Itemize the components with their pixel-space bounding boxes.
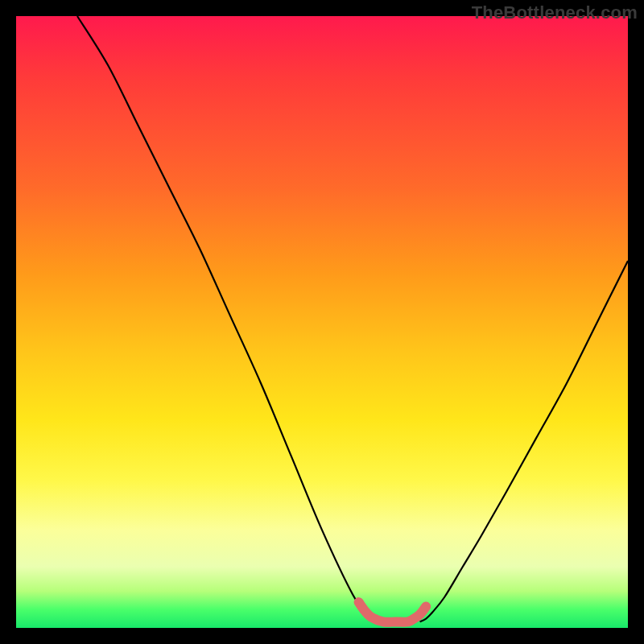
chart-container: TheBottleneck.com (0, 0, 644, 644)
plot-area (16, 16, 628, 628)
left-curve (77, 16, 383, 621)
right-curve (420, 261, 628, 621)
bottom-highlight (359, 602, 427, 622)
curve-layer (16, 16, 628, 628)
